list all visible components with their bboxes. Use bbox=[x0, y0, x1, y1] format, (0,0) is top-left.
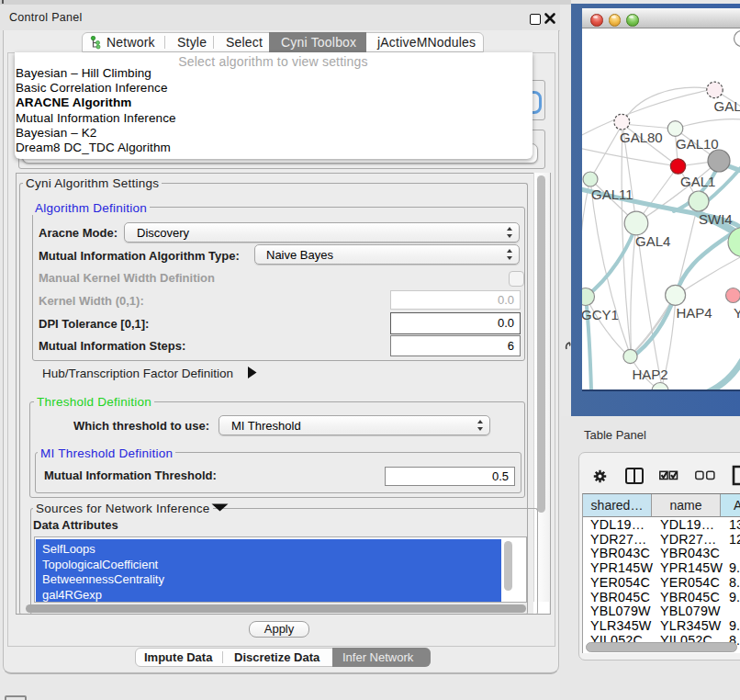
svg-text:GAL1: GAL1 bbox=[680, 174, 715, 189]
svg-text:Y: Y bbox=[734, 305, 740, 321]
svg-text:HAP2: HAP2 bbox=[633, 367, 668, 382]
svg-text:GAL80: GAL80 bbox=[620, 130, 663, 145]
svg-text:GAL11: GAL11 bbox=[591, 186, 633, 202]
svg-text:GAL4: GAL4 bbox=[635, 233, 670, 249]
svg-text:GAL10: GAL10 bbox=[676, 136, 719, 152]
svg-text:GAL2: GAL2 bbox=[714, 98, 740, 114]
svg-text:SWI4: SWI4 bbox=[699, 211, 733, 227]
svg-text:HAP4: HAP4 bbox=[677, 305, 712, 321]
svg-text:GCY1: GCY1 bbox=[582, 307, 619, 322]
